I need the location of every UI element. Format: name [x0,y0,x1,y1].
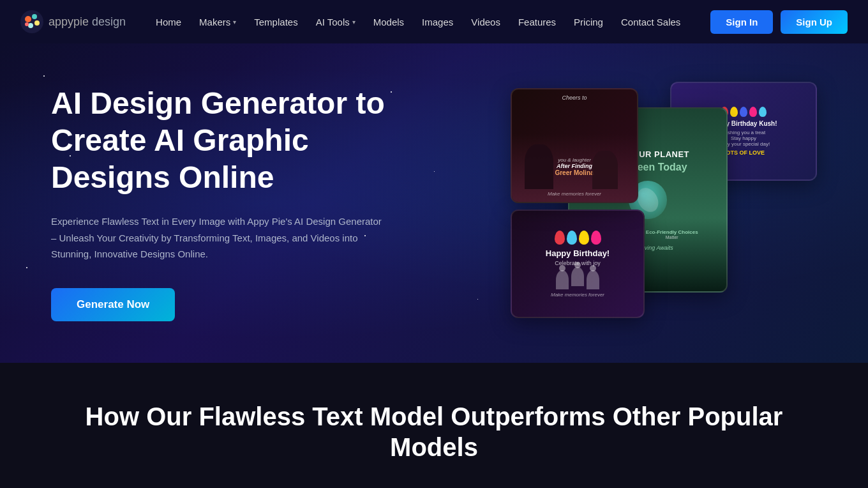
navbar: appypie design Home Makers ▾ Templates A… [0,0,868,43]
nav-item-contact[interactable]: Contact Sales [621,17,680,27]
nav-link-ai-tools[interactable]: AI Tools ▾ [316,17,355,27]
eco-col2-sub: Matter [646,235,698,240]
nav-link-templates[interactable]: Templates [254,17,297,27]
nav-link-home[interactable]: Home [156,17,181,27]
svg-point-3 [34,20,40,26]
nav-item-home[interactable]: Home [156,17,181,27]
signup-button[interactable]: Sign Up [781,10,848,34]
birthday-card: Happy Birthday! Celebrate with joy Make … [511,210,645,318]
svg-point-1 [25,16,31,22]
nav-link-videos[interactable]: Videos [471,17,500,27]
nav-link-makers[interactable]: Makers ▾ [199,17,236,27]
nav-item-templates[interactable]: Templates [254,17,297,27]
comparison-title: How Our Flawless Text Model Outperforms … [51,401,817,462]
nav-link-models[interactable]: Models [373,17,404,27]
logo[interactable]: appypie design [20,10,126,33]
generate-now-button[interactable]: Generate Now [51,288,175,321]
romance-card: Cheers to you & laughter After Finding G… [511,88,638,203]
people-silhouettes [556,270,599,289]
birthday2-line1: Wishing you a treat [722,130,765,135]
birthday2-bottom: LOTS OF LOVE [722,149,765,156]
signin-button[interactable]: Sign In [710,10,773,34]
balloons-bottom [555,231,601,245]
romance-footer: Make memories forever [512,191,637,197]
svg-point-4 [28,23,33,28]
logo-text: appypie design [49,15,126,29]
hero-description: Experience Flawless Text in Every Image … [51,213,383,263]
nav-item-features[interactable]: Features [518,17,556,27]
nav-item-pricing[interactable]: Pricing [574,17,603,27]
nav-item-videos[interactable]: Videos [471,17,500,27]
nav-item-makers[interactable]: Makers ▾ [199,17,236,27]
hero-title: AI Design Generator to Create AI Graphic… [51,85,434,195]
hero-content: AI Design Generator to Create AI Graphic… [51,85,434,321]
hero-section: AI Design Generator to Create AI Graphic… [0,43,868,363]
chevron-down-icon-ai: ▾ [352,19,355,26]
birthday-title: Happy Birthday! [546,248,610,258]
chevron-down-icon: ▾ [233,19,236,26]
nav-actions: Sign In Sign Up [710,10,848,34]
nav-item-ai-tools[interactable]: AI Tools ▾ [316,17,355,27]
nav-link-pricing[interactable]: Pricing [574,17,603,27]
birthday2-line2: Stay happy [731,135,756,141]
svg-point-0 [20,10,43,33]
nav-link-contact[interactable]: Contact Sales [621,17,680,27]
nav-links: Home Makers ▾ Templates AI Tools ▾ Model… [156,17,680,27]
nav-item-models[interactable]: Models [373,17,404,27]
svg-point-5 [25,22,29,26]
nav-link-features[interactable]: Features [518,17,556,27]
nav-item-images[interactable]: Images [422,17,453,27]
nav-link-images[interactable]: Images [422,17,453,27]
logo-icon [20,10,43,33]
comparison-section: How Our Flawless Text Model Outperforms … [0,363,868,488]
eco-col2-title: Eco-Friendly Choices [646,229,698,235]
birthday-footer: Make memories forever [551,292,604,298]
hero-image-collage: Happy Birthday Kush! Wishing you a treat… [511,82,817,324]
romance-line1: Cheers to [517,95,632,101]
svg-point-2 [32,14,37,19]
